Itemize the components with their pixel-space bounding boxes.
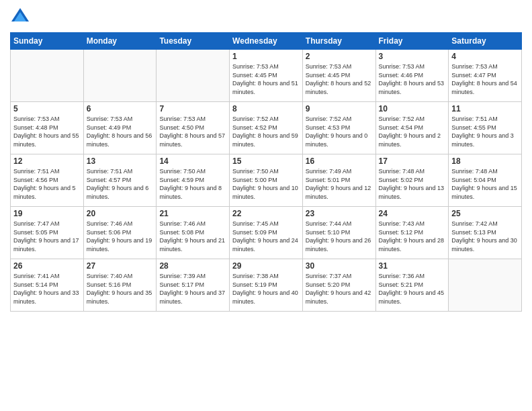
calendar-day-cell: 13Sunrise: 7:51 AMSunset: 4:57 PMDayligh… bbox=[83, 154, 157, 207]
calendar-day-header: Thursday bbox=[302, 33, 375, 50]
day-info: Sunrise: 7:42 AMSunset: 5:13 PMDaylight:… bbox=[451, 220, 519, 253]
calendar-day-cell: 20Sunrise: 7:46 AMSunset: 5:06 PMDayligh… bbox=[83, 207, 157, 259]
day-info: Sunrise: 7:37 AMSunset: 5:20 PMDaylight:… bbox=[306, 272, 373, 306]
calendar-day-cell: 28Sunrise: 7:39 AMSunset: 5:17 PMDayligh… bbox=[157, 259, 230, 312]
day-info: Sunrise: 7:53 AMSunset: 4:47 PMDaylight:… bbox=[451, 62, 519, 96]
day-number: 11 bbox=[451, 104, 519, 113]
calendar-day-cell bbox=[449, 259, 522, 312]
calendar-day-cell: 8Sunrise: 7:52 AMSunset: 4:52 PMDaylight… bbox=[230, 102, 303, 154]
calendar-week-row: 5Sunrise: 7:53 AMSunset: 4:48 PMDaylight… bbox=[11, 102, 522, 154]
calendar-day-cell: 18Sunrise: 7:48 AMSunset: 5:04 PMDayligh… bbox=[449, 154, 522, 207]
day-info: Sunrise: 7:49 AMSunset: 5:01 PMDaylight:… bbox=[306, 167, 373, 201]
calendar-day-cell: 10Sunrise: 7:52 AMSunset: 4:54 PMDayligh… bbox=[375, 102, 449, 154]
day-number: 24 bbox=[379, 209, 446, 218]
day-number: 26 bbox=[13, 261, 81, 271]
calendar-day-cell: 14Sunrise: 7:50 AMSunset: 4:59 PMDayligh… bbox=[157, 154, 230, 207]
day-info: Sunrise: 7:47 AMSunset: 5:05 PMDaylight:… bbox=[13, 220, 81, 253]
day-number: 31 bbox=[379, 261, 446, 271]
calendar-day-cell: 11Sunrise: 7:51 AMSunset: 4:55 PMDayligh… bbox=[449, 102, 522, 154]
day-number: 10 bbox=[379, 104, 446, 113]
day-info: Sunrise: 7:39 AMSunset: 5:17 PMDaylight:… bbox=[159, 272, 226, 306]
day-number: 15 bbox=[232, 156, 300, 166]
calendar-week-row: 26Sunrise: 7:41 AMSunset: 5:14 PMDayligh… bbox=[11, 259, 522, 312]
calendar-week-row: 19Sunrise: 7:47 AMSunset: 5:05 PMDayligh… bbox=[11, 207, 522, 259]
day-number: 5 bbox=[13, 104, 81, 113]
day-number: 28 bbox=[159, 261, 226, 271]
calendar-header-row: SundayMondayTuesdayWednesdayThursdayFrid… bbox=[11, 33, 522, 50]
day-number: 17 bbox=[379, 156, 446, 166]
day-number: 7 bbox=[159, 104, 226, 113]
day-info: Sunrise: 7:36 AMSunset: 5:21 PMDaylight:… bbox=[379, 272, 446, 306]
calendar-day-cell: 7Sunrise: 7:53 AMSunset: 4:50 PMDaylight… bbox=[157, 102, 230, 154]
calendar-day-cell: 1Sunrise: 7:53 AMSunset: 4:45 PMDaylight… bbox=[230, 50, 303, 102]
day-number: 9 bbox=[306, 104, 373, 113]
calendar-day-cell bbox=[11, 50, 84, 102]
calendar-day-cell: 25Sunrise: 7:42 AMSunset: 5:13 PMDayligh… bbox=[449, 207, 522, 259]
calendar-day-header: Friday bbox=[375, 33, 449, 50]
day-info: Sunrise: 7:48 AMSunset: 5:02 PMDaylight:… bbox=[379, 167, 446, 201]
day-number: 30 bbox=[306, 261, 373, 271]
day-info: Sunrise: 7:53 AMSunset: 4:49 PMDaylight:… bbox=[87, 115, 154, 148]
day-number: 18 bbox=[451, 156, 519, 166]
day-number: 8 bbox=[232, 104, 300, 113]
calendar-day-header: Saturday bbox=[449, 33, 522, 50]
logo-icon bbox=[10, 7, 30, 27]
calendar-day-cell: 4Sunrise: 7:53 AMSunset: 4:47 PMDaylight… bbox=[449, 50, 522, 102]
calendar-day-cell: 21Sunrise: 7:46 AMSunset: 5:08 PMDayligh… bbox=[157, 207, 230, 259]
day-number: 13 bbox=[87, 156, 154, 166]
day-info: Sunrise: 7:52 AMSunset: 4:54 PMDaylight:… bbox=[379, 115, 446, 148]
calendar-day-cell: 23Sunrise: 7:44 AMSunset: 5:10 PMDayligh… bbox=[302, 207, 375, 259]
calendar-day-cell: 12Sunrise: 7:51 AMSunset: 4:56 PMDayligh… bbox=[11, 154, 84, 207]
day-info: Sunrise: 7:51 AMSunset: 4:57 PMDaylight:… bbox=[87, 167, 154, 201]
day-info: Sunrise: 7:51 AMSunset: 4:55 PMDaylight:… bbox=[451, 115, 519, 148]
day-number: 25 bbox=[451, 209, 519, 218]
day-number: 22 bbox=[232, 209, 300, 218]
calendar-table: SundayMondayTuesdayWednesdayThursdayFrid… bbox=[10, 32, 522, 312]
day-info: Sunrise: 7:46 AMSunset: 5:06 PMDaylight:… bbox=[87, 220, 154, 253]
calendar-day-header: Wednesday bbox=[230, 33, 303, 50]
day-info: Sunrise: 7:50 AMSunset: 5:00 PMDaylight:… bbox=[232, 167, 300, 201]
day-number: 3 bbox=[379, 52, 446, 61]
calendar-day-cell: 30Sunrise: 7:37 AMSunset: 5:20 PMDayligh… bbox=[302, 259, 375, 312]
day-info: Sunrise: 7:38 AMSunset: 5:19 PMDaylight:… bbox=[232, 272, 300, 306]
day-info: Sunrise: 7:52 AMSunset: 4:52 PMDaylight:… bbox=[232, 115, 300, 148]
logo bbox=[10, 7, 33, 27]
calendar-day-cell: 27Sunrise: 7:40 AMSunset: 5:16 PMDayligh… bbox=[83, 259, 157, 312]
calendar-day-cell: 17Sunrise: 7:48 AMSunset: 5:02 PMDayligh… bbox=[375, 154, 449, 207]
day-info: Sunrise: 7:51 AMSunset: 4:56 PMDaylight:… bbox=[13, 167, 81, 201]
day-info: Sunrise: 7:41 AMSunset: 5:14 PMDaylight:… bbox=[13, 272, 81, 306]
day-info: Sunrise: 7:45 AMSunset: 5:09 PMDaylight:… bbox=[232, 220, 300, 253]
day-info: Sunrise: 7:53 AMSunset: 4:45 PMDaylight:… bbox=[232, 62, 300, 96]
calendar-day-cell: 9Sunrise: 7:52 AMSunset: 4:53 PMDaylight… bbox=[302, 102, 375, 154]
calendar-week-row: 1Sunrise: 7:53 AMSunset: 4:45 PMDaylight… bbox=[11, 50, 522, 102]
calendar-day-cell: 31Sunrise: 7:36 AMSunset: 5:21 PMDayligh… bbox=[375, 259, 449, 312]
day-number: 27 bbox=[87, 261, 154, 271]
calendar-day-cell: 2Sunrise: 7:53 AMSunset: 4:45 PMDaylight… bbox=[302, 50, 375, 102]
day-info: Sunrise: 7:53 AMSunset: 4:48 PMDaylight:… bbox=[13, 115, 81, 148]
day-number: 4 bbox=[451, 52, 519, 61]
calendar-day-cell: 5Sunrise: 7:53 AMSunset: 4:48 PMDaylight… bbox=[11, 102, 84, 154]
day-info: Sunrise: 7:48 AMSunset: 5:04 PMDaylight:… bbox=[451, 167, 519, 201]
calendar-day-cell: 26Sunrise: 7:41 AMSunset: 5:14 PMDayligh… bbox=[11, 259, 84, 312]
calendar-day-cell: 15Sunrise: 7:50 AMSunset: 5:00 PMDayligh… bbox=[230, 154, 303, 207]
day-info: Sunrise: 7:50 AMSunset: 4:59 PMDaylight:… bbox=[159, 167, 226, 201]
calendar-day-cell bbox=[83, 50, 157, 102]
day-number: 21 bbox=[159, 209, 226, 218]
day-info: Sunrise: 7:53 AMSunset: 4:50 PMDaylight:… bbox=[159, 115, 226, 148]
day-number: 29 bbox=[232, 261, 300, 271]
day-number: 1 bbox=[232, 52, 300, 61]
calendar-day-cell: 16Sunrise: 7:49 AMSunset: 5:01 PMDayligh… bbox=[302, 154, 375, 207]
calendar-day-cell: 19Sunrise: 7:47 AMSunset: 5:05 PMDayligh… bbox=[11, 207, 84, 259]
page-container: SundayMondayTuesdayWednesdayThursdayFrid… bbox=[0, 0, 532, 411]
calendar-day-cell: 22Sunrise: 7:45 AMSunset: 5:09 PMDayligh… bbox=[230, 207, 303, 259]
day-number: 16 bbox=[306, 156, 373, 166]
calendar-day-cell: 24Sunrise: 7:43 AMSunset: 5:12 PMDayligh… bbox=[375, 207, 449, 259]
day-info: Sunrise: 7:46 AMSunset: 5:08 PMDaylight:… bbox=[159, 220, 226, 253]
day-info: Sunrise: 7:52 AMSunset: 4:53 PMDaylight:… bbox=[306, 115, 373, 148]
day-number: 20 bbox=[87, 209, 154, 218]
calendar-day-header: Sunday bbox=[11, 33, 84, 50]
day-number: 23 bbox=[306, 209, 373, 218]
day-info: Sunrise: 7:53 AMSunset: 4:45 PMDaylight:… bbox=[306, 62, 373, 96]
calendar-day-header: Tuesday bbox=[157, 33, 230, 50]
day-info: Sunrise: 7:43 AMSunset: 5:12 PMDaylight:… bbox=[379, 220, 446, 253]
